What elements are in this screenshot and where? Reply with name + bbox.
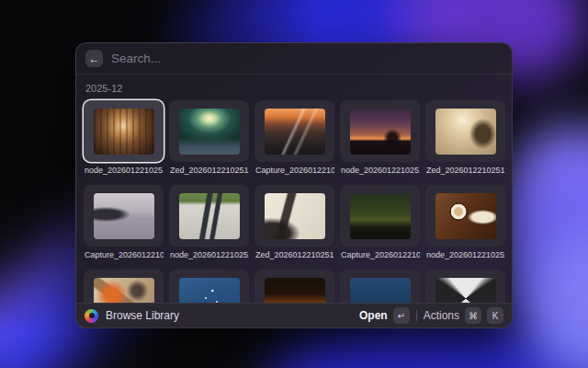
photo-tile — [169, 100, 249, 162]
photo-cell[interactable] — [340, 270, 420, 303]
actions-label: Actions — [424, 309, 459, 322]
photo-cell[interactable]: Capture_2026012210... — [84, 185, 164, 260]
color-wheel-icon — [85, 309, 98, 323]
photo-cell[interactable]: Zed_2026012210251... — [425, 100, 505, 176]
photo-tile — [425, 185, 505, 247]
photo-cell[interactable] — [425, 270, 505, 303]
photo-tile — [169, 185, 249, 247]
photo-filename: node_202601221025... — [169, 250, 249, 260]
photo-thumbnail — [94, 278, 154, 304]
photo-thumbnail — [265, 109, 325, 155]
photo-thumbnail — [350, 193, 411, 239]
photo-filename: node_202601221025... — [84, 166, 164, 176]
photo-filename: Zed_2026012210251... — [425, 166, 505, 176]
photo-thumbnail — [435, 109, 496, 155]
photo-tile — [254, 100, 334, 162]
photo-cell[interactable]: node_202601221025... — [84, 100, 164, 176]
actions-button[interactable]: Actions ⌘ K — [424, 307, 503, 324]
photo-tile — [84, 185, 164, 247]
photo-filename: Zed_2026012210251... — [169, 166, 249, 176]
photo-tile — [340, 100, 420, 162]
photo-cell[interactable]: Capture_2026012210... — [340, 185, 420, 260]
photo-cell[interactable]: Capture_2026012210... — [254, 100, 334, 176]
photo-tile — [254, 185, 334, 247]
photo-thumbnail — [94, 193, 154, 239]
photo-thumbnail — [435, 193, 496, 239]
photo-tile — [340, 185, 420, 247]
photo-thumbnail — [94, 109, 154, 155]
open-button[interactable]: Open ↵ — [359, 307, 410, 324]
photo-tile — [425, 270, 505, 303]
enter-key-icon: ↵ — [393, 307, 410, 324]
photo-cell[interactable]: node_202601221025... — [169, 185, 249, 260]
footer-bar: Browse Library Open ↵ Actions ⌘ K — [76, 303, 512, 328]
photo-filename: node_202601221025... — [425, 250, 505, 260]
photo-cell[interactable]: node_202601221025... — [340, 100, 420, 176]
footer-app-label: Browse Library — [106, 309, 179, 322]
photo-thumbnail — [350, 278, 411, 304]
photo-thumbnail — [350, 109, 411, 155]
photo-cell[interactable] — [169, 270, 249, 303]
photo-tile — [425, 100, 505, 162]
command-key-icon: ⌘ — [465, 307, 481, 324]
photo-thumbnail — [179, 193, 240, 239]
back-button[interactable]: ← — [85, 50, 103, 67]
photo-cell[interactable]: Zed_2026012210251... — [169, 100, 249, 176]
photo-tile — [340, 270, 420, 303]
photo-thumbnail — [179, 278, 240, 304]
photo-tile — [84, 100, 164, 162]
photo-cell[interactable] — [254, 270, 334, 303]
photo-thumbnail — [179, 109, 240, 155]
k-key-icon: K — [487, 307, 503, 324]
photo-cell[interactable]: Zed_2026012210251... — [254, 185, 334, 260]
photo-cell[interactable] — [84, 270, 164, 303]
photo-filename: node_202601221025... — [340, 166, 420, 176]
photo-filename: Zed_2026012210251... — [254, 250, 334, 260]
photo-tile — [254, 270, 334, 303]
footer-divider — [416, 310, 417, 321]
photo-filename: Capture_2026012210... — [84, 250, 164, 260]
date-section-label: 2025-12 — [85, 83, 504, 94]
photo-thumbnail — [435, 278, 496, 304]
search-input[interactable] — [111, 52, 503, 65]
photo-thumbnail — [265, 193, 325, 239]
photo-cell[interactable]: node_202601221025... — [425, 185, 505, 260]
library-content: 2025-12 node_202601221025... Zed_2026012… — [76, 75, 512, 303]
photo-filename: Capture_2026012210... — [340, 250, 420, 260]
footer-actions: Open ↵ Actions ⌘ K — [359, 307, 503, 324]
photo-filename: Capture_2026012210... — [254, 166, 334, 176]
media-library-window: ← 2025-12 node_202601221025... Zed_20260… — [75, 42, 513, 328]
photo-thumbnail — [265, 278, 325, 304]
photo-tile — [84, 270, 164, 303]
desktop: { "header": { "back_icon": "←", "search"… — [0, 0, 588, 368]
search-bar: ← — [76, 43, 512, 75]
photo-tile — [169, 270, 249, 303]
back-arrow-icon: ← — [89, 53, 100, 64]
open-label: Open — [359, 309, 388, 322]
photo-grid: node_202601221025... Zed_2026012210251..… — [84, 100, 504, 303]
